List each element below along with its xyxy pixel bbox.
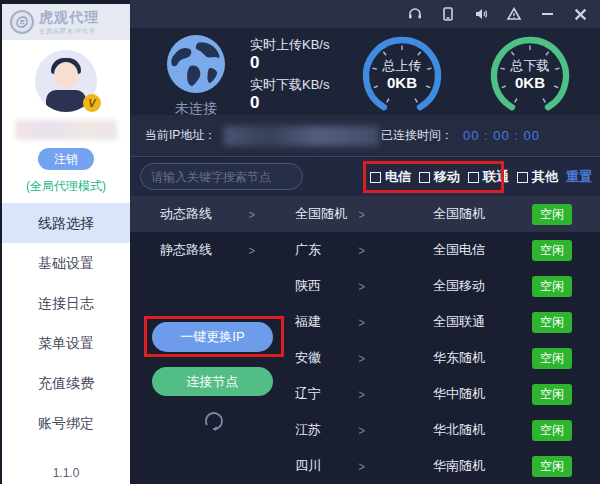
realtime-download-label: 实时下载KB/s (250, 76, 329, 94)
other-checkbox-icon[interactable] (517, 172, 528, 183)
total-download-label: 总下载 (485, 57, 575, 75)
chevron-right-icon: > (359, 279, 365, 293)
sidebar-item-connection-log[interactable]: 连接日志 (2, 283, 130, 323)
node-search[interactable] (140, 163, 303, 190)
total-download-gauge: 总下载 0KB (485, 31, 575, 121)
connected-time-value: 00 : 00 : 00 (463, 128, 540, 143)
support-headset-icon[interactable] (407, 6, 423, 22)
sidebar-nav: 线路选择 基础设置 连接日志 菜单设置 充值续费 账号绑定 (2, 203, 130, 443)
realtime-download: 实时下载KB/s 0 (250, 76, 329, 112)
reset-link[interactable]: 重置 (566, 168, 592, 186)
status-badge: 空闲 (532, 384, 572, 405)
ip-status-bar: 当前IP地址： 已连接时间： 00 : 00 : 00 (130, 115, 600, 157)
sound-icon[interactable] (473, 6, 489, 22)
avatar-shoulders (46, 90, 86, 112)
node-label: 全国电信 (433, 241, 485, 259)
mobile-checkbox-icon[interactable] (419, 172, 430, 183)
chevron-right-icon: > (359, 315, 365, 329)
chevron-right-icon: > (359, 387, 365, 401)
region-label: 辽宁 (295, 385, 321, 403)
total-download-value: 0KB (485, 74, 575, 91)
sidebar-item-basic-settings[interactable]: 基础设置 (2, 243, 130, 283)
mobile-device-icon[interactable] (440, 6, 456, 22)
total-upload-label: 总上传 (357, 57, 447, 75)
status-badge: 空闲 (532, 420, 572, 441)
titlebar (130, 0, 600, 28)
logout-button[interactable]: 注销 (38, 148, 94, 170)
region-cell[interactable]: 安徽 > (275, 349, 433, 367)
node-cell[interactable]: 华中随机 空闲 (433, 384, 600, 405)
minimize-button[interactable] (539, 6, 555, 22)
logo-text: 虎观代理 全国高匿名IP代理 (39, 9, 99, 36)
region-label: 江苏 (295, 421, 321, 439)
mobile-label: 移动 (434, 168, 460, 186)
node-cell[interactable]: 华南随机 空闲 (433, 456, 600, 477)
node-cell[interactable]: 全国联通 空闲 (433, 312, 600, 333)
proxy-mode-label: (全局代理模式) (2, 178, 130, 195)
node-cell[interactable]: 华北随机 空闲 (433, 420, 600, 441)
dashboard: 未连接 实时上传KB/s 0 实时下载KB/s 0 (130, 28, 600, 115)
node-label: 全国随机 (433, 205, 485, 223)
node-cell[interactable]: 全国电信 空闲 (433, 240, 600, 261)
route-tab-label: 静态路线 (160, 241, 212, 259)
checkbox-telecom[interactable]: 电信 (370, 168, 411, 186)
region-label: 陕西 (295, 277, 321, 295)
node-cell[interactable]: 华东随机 空闲 (433, 348, 600, 369)
sidebar-item-account-binding[interactable]: 账号绑定 (2, 403, 130, 443)
sidebar: 虎观代理 全国高匿名IP代理 V 注销 (全局代理模式) 线路选择 基础设置 连… (0, 0, 130, 484)
total-upload-value: 0KB (357, 74, 447, 91)
connected-time-label: 已连接时间： (381, 127, 453, 144)
node-cell[interactable]: 全国移动 空闲 (433, 276, 600, 297)
avatar: V (35, 50, 97, 112)
route-tab-dynamic[interactable]: 动态路线 > (130, 205, 275, 223)
connect-node-button[interactable]: 连接节点 (152, 367, 273, 396)
chevron-right-icon: > (359, 207, 365, 221)
sidebar-item-recharge[interactable]: 充值续费 (2, 363, 130, 403)
search-input[interactable] (151, 170, 306, 184)
table-row[interactable]: 四川 > 华南随机 空闲 (130, 448, 600, 484)
version-label: 1.1.0 (2, 466, 130, 480)
region-label: 福建 (295, 313, 321, 331)
chevron-right-icon: > (249, 243, 255, 257)
unicom-checkbox-icon[interactable] (468, 172, 479, 183)
telecom-checkbox-icon[interactable] (370, 172, 381, 183)
region-cell[interactable]: 陕西 > (275, 277, 433, 295)
close-button[interactable] (572, 6, 588, 22)
checkbox-mobile[interactable]: 移动 (419, 168, 460, 186)
other-label: 其他 (532, 168, 558, 186)
route-tab-static[interactable]: 静态路线 > (130, 241, 275, 259)
node-label: 全国联通 (433, 313, 485, 331)
node-cell[interactable]: 全国随机 空闲 (433, 204, 600, 225)
filter-bar: 电信 移动 联通 其他 重置 (130, 158, 600, 196)
node-label: 华中随机 (433, 385, 485, 403)
unicom-label: 联通 (483, 168, 509, 186)
chevron-right-icon: > (359, 459, 365, 473)
checkbox-other[interactable]: 其他 (517, 168, 558, 186)
current-ip-blurred (224, 126, 379, 146)
table-row[interactable]: 静态路线 > 广东 > 全国电信 空闲 (130, 232, 600, 268)
region-cell[interactable]: 辽宁 > (275, 385, 433, 403)
node-label: 华南随机 (433, 457, 485, 475)
checkbox-unicom[interactable]: 联通 (468, 168, 509, 186)
region-cell[interactable]: 全国随机 > (275, 205, 433, 223)
region-label: 全国随机 (295, 205, 347, 223)
app-subtitle: 全国高匿名IP代理 (39, 27, 99, 36)
avatar-face (54, 62, 78, 88)
sidebar-item-line-select[interactable]: 线路选择 (2, 203, 130, 243)
region-cell[interactable]: 广东 > (275, 241, 433, 259)
status-badge: 空闲 (532, 276, 572, 297)
chevron-right-icon: > (249, 207, 255, 221)
table-row[interactable]: 陕西 > 全国移动 空闲 (130, 268, 600, 304)
table-row[interactable]: 动态路线 > 全国随机 > 全国随机 空闲 (130, 196, 600, 232)
node-label: 华北随机 (433, 421, 485, 439)
app-logo: 虎观代理 全国高匿名IP代理 (2, 4, 130, 40)
telecom-label: 电信 (385, 168, 411, 186)
region-cell[interactable]: 四川 > (275, 457, 433, 475)
status-badge: 空闲 (532, 348, 572, 369)
region-cell[interactable]: 江苏 > (275, 421, 433, 439)
change-ip-button[interactable]: 一键更换IP (152, 322, 273, 352)
region-cell[interactable]: 福建 > (275, 313, 433, 331)
warning-icon[interactable] (506, 6, 522, 22)
sidebar-item-menu-settings[interactable]: 菜单设置 (2, 323, 130, 363)
refresh-icon[interactable] (200, 408, 226, 434)
